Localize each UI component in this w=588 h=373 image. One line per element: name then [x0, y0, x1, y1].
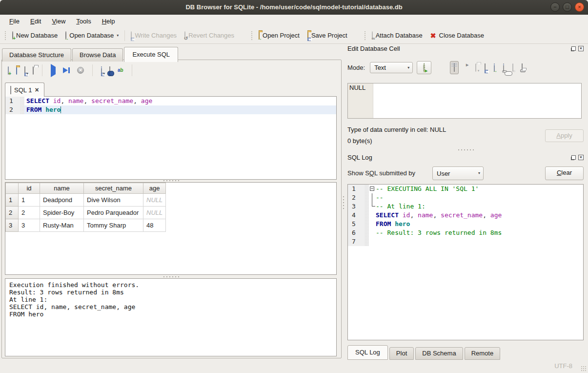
menu-view[interactable]: View	[47, 16, 70, 26]
tab-database-structure[interactable]: Database Structure	[2, 48, 71, 62]
attach-database-button[interactable]: ∞ Attach Database	[368, 30, 426, 41]
open-external-icon[interactable]: →	[494, 64, 495, 71]
column-header-secret-name[interactable]: secret_name	[84, 183, 143, 194]
vertical-splitter[interactable]	[343, 195, 345, 210]
chevron-down-icon[interactable]: ▾	[117, 34, 119, 38]
horizontal-splitter[interactable]	[457, 149, 474, 151]
fold-margin	[20, 105, 24, 114]
tab-db-schema[interactable]: DB Schema	[415, 347, 463, 360]
print-icon[interactable]	[33, 67, 34, 74]
menu-tools[interactable]: Tools	[72, 16, 95, 26]
save-sql-icon[interactable]: ▾	[24, 67, 25, 74]
cell-secret-name[interactable]: Dive Wilson	[84, 194, 143, 207]
replace-icon[interactable]: ab	[118, 67, 123, 74]
cell-name[interactable]: Rusty-Man	[40, 219, 84, 232]
close-button[interactable]: ×	[575, 2, 584, 12]
save-project-button[interactable]: Save Project	[304, 30, 351, 41]
table-row: 3 3 Rusty-Man Tommy Sharp 48	[6, 219, 166, 232]
toolbar-separator	[132, 64, 132, 76]
export-to-file-icon[interactable]	[485, 64, 486, 71]
auto-switch-mode-button[interactable]: ▸	[417, 61, 431, 74]
project-open-icon: →	[259, 32, 260, 39]
new-database-button[interactable]: + New Database	[8, 30, 61, 41]
mode-label: Mode:	[347, 64, 365, 71]
row-header[interactable]: 3	[6, 219, 19, 232]
minimize-button[interactable]: −	[550, 2, 560, 12]
mode-select[interactable]: Text ▾	[370, 62, 413, 73]
horizontal-splitter[interactable]	[162, 180, 179, 182]
cell-secret-name[interactable]: Tommy Sharp	[84, 219, 143, 232]
log-line: 6 -- Result: 3 rows returned in 8ms	[348, 228, 583, 237]
cell-secret-name[interactable]: Pedro Parqueador	[84, 207, 143, 219]
execute-all-icon[interactable]	[51, 67, 56, 74]
stop-icon[interactable]: ✕	[77, 67, 84, 74]
dock-close-icon[interactable]: ×	[578, 46, 584, 51]
cell-age[interactable]: NULL	[143, 207, 166, 219]
cell-id[interactable]: 3	[19, 219, 40, 232]
project-save-icon	[307, 32, 308, 39]
toolbar-drag-handle[interactable]	[4, 31, 7, 41]
write-changes-button[interactable]: Write Changes	[127, 30, 181, 41]
results-grid: id name secret_name age 1 1 Deadpond Div…	[5, 182, 337, 275]
resize-grip[interactable]	[581, 366, 587, 372]
horizontal-splitter[interactable]	[162, 276, 179, 278]
menu-edit[interactable]: Edit	[26, 16, 45, 26]
column-header-id[interactable]: id	[19, 183, 40, 194]
toolbar-drag-handle[interactable]	[364, 31, 366, 41]
window-controls: − □ ×	[550, 2, 584, 12]
maximize-button[interactable]: □	[563, 2, 572, 12]
submitted-by-select[interactable]: User ▾	[432, 166, 484, 180]
open-project-button[interactable]: → Open Project	[255, 30, 304, 41]
sql-log-view[interactable]: 1 -- EXECUTING ALL IN 'SQL 1' 2 -- 3 -- …	[347, 184, 584, 340]
open-database-button[interactable]: → Open Database ▾	[61, 30, 122, 41]
main-tabbar: Database Structure Browse Data Execute S…	[2, 46, 179, 62]
execute-line-icon[interactable]	[63, 67, 70, 73]
tab-browse-data[interactable]: Browse Data	[72, 48, 123, 62]
toolbar-separator	[42, 64, 42, 76]
close-database-button[interactable]: ✖ Close Database	[426, 30, 488, 41]
export-icon[interactable]: ▾	[101, 67, 102, 74]
tab-execute-sql[interactable]: Execute SQL	[124, 47, 178, 62]
fold-collapse-icon[interactable]	[370, 186, 374, 191]
toolbar-drag-handle[interactable]	[251, 31, 253, 41]
edit-cell-dock-header: Edit Database Cell ×	[347, 45, 584, 52]
menu-file[interactable]: File	[5, 16, 24, 26]
dock-close-icon[interactable]: ×	[578, 155, 584, 160]
menu-help[interactable]: Help	[98, 16, 120, 26]
cell-id[interactable]: 1	[19, 194, 40, 207]
text-mode-icon[interactable]	[450, 61, 459, 74]
dock-float-icon[interactable]	[571, 46, 576, 51]
close-tab-icon[interactable]: ×	[35, 86, 39, 94]
column-header-age[interactable]: age	[143, 183, 166, 194]
tab-plot[interactable]: Plot	[389, 347, 414, 360]
row-header[interactable]: 2	[6, 207, 19, 219]
open-sql-icon[interactable]	[16, 67, 17, 74]
cell-age[interactable]: 48	[143, 219, 166, 232]
link-icon[interactable]	[503, 64, 504, 71]
apply-button[interactable]: Apply	[545, 129, 584, 142]
row-header[interactable]: 1	[6, 194, 19, 207]
cell-name[interactable]: Deadpond	[40, 194, 84, 207]
revert-changes-button[interactable]: ↺ Revert Changes	[181, 30, 238, 41]
tab-remote[interactable]: Remote	[465, 347, 501, 360]
clear-button[interactable]: Clear	[545, 166, 584, 180]
cell-age[interactable]: NULL	[143, 194, 166, 207]
cell-value-editor[interactable]: NULL	[347, 83, 582, 119]
execution-message[interactable]: Execution finished without errors. Resul…	[5, 278, 337, 356]
chevron-down-icon: ▾	[407, 66, 409, 70]
set-null-icon[interactable]	[512, 64, 513, 71]
import-icon[interactable]: ▾	[475, 64, 476, 71]
sql-editor[interactable]: 1 SELECT id, name, secret_name, age 2 FR…	[5, 96, 337, 180]
dock-float-icon[interactable]	[571, 155, 576, 160]
print-cell-icon[interactable]	[522, 64, 523, 71]
code-text: SELECT id, name, secret_name, age	[24, 97, 336, 105]
fold-margin	[20, 97, 24, 105]
cell-name[interactable]: Spider-Boy	[40, 207, 84, 219]
find-icon[interactable]	[109, 67, 110, 74]
text-cursor	[61, 106, 61, 113]
tab-sql-log[interactable]: SQL Log	[347, 345, 388, 360]
cell-id[interactable]: 2	[19, 207, 40, 219]
sql-document-tab[interactable]: SQL 1 ×	[5, 83, 44, 97]
column-header-name[interactable]: name	[40, 183, 84, 194]
new-tab-icon[interactable]: +	[8, 67, 9, 74]
